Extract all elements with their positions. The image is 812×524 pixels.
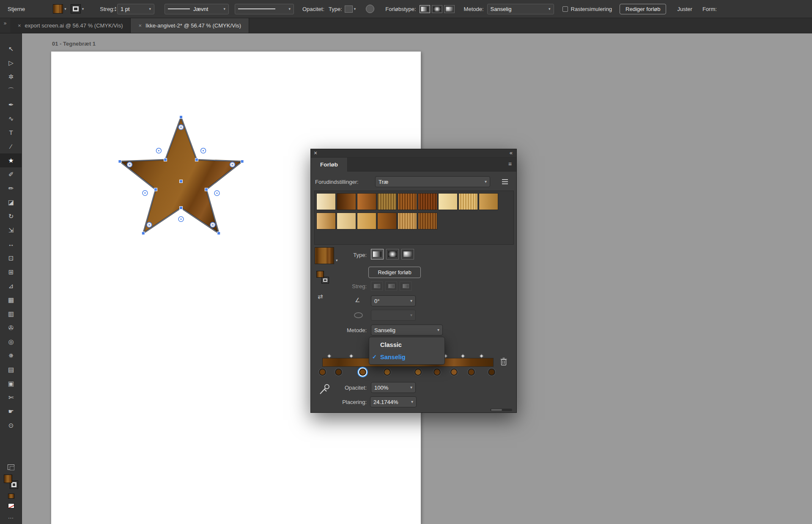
center-point[interactable] (180, 180, 183, 183)
gradient-midpoint-handle[interactable] (461, 354, 465, 358)
lasso-tool[interactable]: ⌒ (0, 84, 22, 98)
freeform-gradient-button[interactable] (401, 249, 414, 259)
draw-mode-icon[interactable] (8, 464, 14, 470)
pen-tool[interactable]: ✒ (0, 98, 22, 112)
gradient-preset-swatch[interactable] (418, 193, 437, 210)
selection-tool[interactable]: ↖ (0, 42, 22, 56)
edit-gradient-button[interactable]: Rediger forløb (620, 4, 666, 14)
align-label[interactable]: Juster (677, 6, 692, 12)
gradient-stop-selected[interactable] (359, 368, 366, 376)
linear-gradient-button[interactable] (420, 5, 430, 13)
gradient-midpoint-handle[interactable] (480, 354, 484, 358)
fill-stroke-indicator[interactable] (4, 475, 18, 489)
gradient-preset-swatch[interactable] (458, 193, 478, 210)
angle-select[interactable]: 0° ▾ (371, 295, 416, 306)
gradient-preset-swatch[interactable] (337, 193, 356, 210)
chevron-down-icon[interactable]: ▾ (336, 258, 338, 262)
gradient-preset-swatch[interactable] (337, 213, 356, 229)
chevron-down-icon[interactable]: ▾ (354, 7, 356, 11)
gradient-preset-swatch[interactable] (316, 213, 336, 229)
gradient-preset-swatch[interactable] (418, 213, 437, 229)
gradient-stop[interactable] (488, 368, 495, 376)
document-tab[interactable]: ×export screen.ai @ 56.47 % (CMYK/Vis) (10, 18, 131, 33)
width-profile-select[interactable]: Jævnt ▾ (165, 4, 229, 14)
anchor-point[interactable] (154, 188, 157, 191)
gradient-preset-swatch[interactable] (357, 193, 376, 210)
gradient-type-swatch[interactable] (345, 5, 353, 13)
corner-widget[interactable] (210, 222, 215, 227)
close-icon[interactable]: × (314, 150, 317, 156)
magic-wand-tool[interactable]: ✲ (0, 70, 22, 84)
panel-scrollbar[interactable] (490, 409, 512, 411)
gradient-preset-swatch[interactable] (479, 193, 498, 210)
scale-tool[interactable]: ⇲ (0, 223, 22, 237)
edit-gradient-button[interactable]: Rediger forløb (368, 267, 421, 278)
anchor-point[interactable] (217, 232, 220, 235)
gradient-preset-swatch[interactable] (357, 213, 376, 229)
stroke-color-swatch[interactable] (71, 4, 81, 14)
star-path[interactable] (120, 117, 242, 233)
menu-item-classic[interactable]: Classic (369, 338, 444, 351)
stroke-weight-stepper[interactable]: ▴ ▾ (115, 6, 116, 12)
gradient-stop[interactable] (468, 368, 475, 376)
anchor-point[interactable] (164, 158, 167, 161)
anchor-point[interactable] (195, 158, 198, 161)
corner-widget[interactable] (230, 162, 235, 167)
gradient-tool[interactable]: ▥ (0, 307, 22, 321)
zoom-tool[interactable]: ⊙ (0, 418, 22, 432)
mesh-tool[interactable]: ▦ (0, 293, 22, 307)
edit-toolbar-button[interactable]: … (8, 513, 14, 520)
stroke-indicator[interactable] (321, 277, 329, 284)
tab-gradient[interactable]: Forløb (311, 158, 348, 172)
reverse-gradient-icon[interactable]: ⇄ (318, 293, 323, 300)
gradient-stop[interactable] (384, 368, 391, 376)
stepper-down-icon[interactable]: ▾ (115, 9, 116, 12)
radial-gradient-button[interactable] (386, 249, 399, 259)
gradient-preset-swatch[interactable] (438, 193, 458, 210)
perspective-grid-tool[interactable]: ⊿ (0, 279, 22, 293)
corner-widget[interactable] (143, 191, 148, 196)
anchor-point[interactable] (180, 207, 183, 210)
delete-stop-icon[interactable] (500, 358, 507, 366)
corner-widget[interactable] (178, 217, 184, 222)
gradient-stop[interactable] (335, 368, 342, 376)
anchor-point[interactable] (180, 116, 183, 119)
panel-method-select[interactable]: Sanselig ▾ (371, 325, 443, 336)
width-tool[interactable]: ↔ (0, 237, 22, 251)
anchor-point[interactable] (241, 160, 244, 163)
rotate-tool[interactable]: ↻ (0, 209, 22, 223)
preset-list-icon[interactable] (502, 179, 508, 180)
presets-select[interactable]: Træ ▾ (375, 176, 490, 187)
gradient-midpoint-handle[interactable] (327, 354, 331, 358)
gradient-midpoint-handle[interactable] (349, 354, 353, 358)
document-tab[interactable]: ×Ikke-angivet-2* @ 56.47 % (CMYK/Vis) (131, 18, 249, 33)
brush-definition-select[interactable]: ▾ (235, 4, 294, 14)
stop-location-select[interactable]: 24.1744% ▾ (370, 396, 417, 407)
corner-widget[interactable] (127, 162, 132, 167)
gradient-preset-swatch[interactable] (377, 213, 397, 229)
color-button[interactable] (8, 494, 14, 499)
symbol-sprayer-tool[interactable]: ✵ (0, 349, 22, 363)
star-tool[interactable]: ★ (0, 153, 22, 167)
hand-tool[interactable]: ☛ (0, 404, 22, 418)
tab-close-icon[interactable]: × (138, 22, 142, 29)
chevron-down-icon[interactable]: ▾ (64, 7, 66, 11)
pencil-tool[interactable]: ✏ (0, 181, 22, 195)
radial-gradient-button[interactable] (432, 5, 442, 13)
fill-indicator[interactable] (316, 271, 324, 278)
collapse-icon[interactable]: « (510, 150, 513, 156)
recolor-artwork-icon[interactable] (366, 5, 374, 13)
free-transform-tool[interactable]: ⊡ (0, 251, 22, 265)
slice-tool[interactable]: ✄ (0, 390, 22, 404)
freeform-gradient-button[interactable] (444, 5, 455, 13)
gradient-preset-swatch[interactable] (398, 213, 417, 229)
chevron-down-icon[interactable]: ▾ (82, 7, 84, 11)
gradient-stop[interactable] (450, 368, 458, 376)
corner-widget[interactable] (147, 222, 152, 227)
anchor-point[interactable] (118, 160, 121, 163)
paintbrush-tool[interactable]: ✐ (0, 167, 22, 181)
panel-fill-stroke-indicator[interactable] (316, 271, 329, 284)
menu-item-sanselig[interactable]: ✓Sanselig (369, 351, 444, 363)
none-button[interactable] (8, 503, 14, 508)
gradient-preset-swatch[interactable] (316, 193, 336, 210)
